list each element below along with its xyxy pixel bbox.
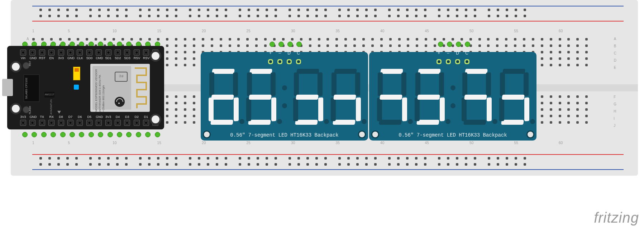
svg-text:FC: FC bbox=[119, 74, 123, 78]
column-numbers-bottom: 151015202530354045505560 bbox=[32, 141, 613, 146]
seven-seg-display bbox=[206, 65, 363, 128]
colon-icon bbox=[281, 67, 288, 126]
fritzing-watermark: fritzing bbox=[594, 210, 639, 226]
mcu-pin-row-bottom bbox=[20, 120, 158, 126]
usb-port-icon bbox=[2, 79, 13, 96]
esp8266-module: MODEL ESP8266MOD VENDOR AI/THINKER ISM 2… bbox=[90, 64, 150, 112]
wifi-icon bbox=[115, 97, 125, 107]
mcu-pin-labels-bottom: 3V3GNDTXRXD8D7D6D5GND3V3D4D3D2D1D0 bbox=[20, 115, 158, 119]
colon-icon bbox=[450, 67, 456, 126]
fcc-logo-icon: FC bbox=[115, 72, 128, 82]
screw-hole-icon bbox=[371, 130, 379, 138]
backpack-label: 0.56" 7-segment LED HT16K33 Backpack bbox=[380, 133, 526, 138]
pcb-antenna-icon bbox=[133, 67, 148, 109]
seven-seg-digit bbox=[496, 67, 531, 126]
mount-hole-icon bbox=[150, 50, 161, 62]
maker-label: AYARAFUN bbox=[49, 99, 53, 114]
regulator-chip: AM1117 bbox=[44, 92, 54, 98]
arrow-down-icon bbox=[57, 111, 61, 114]
nodemcu-board: VinGNDRSTEN3V3GNDCLKSD0CMDSD1SD2SD3RSVRS… bbox=[7, 46, 164, 129]
seven-seg-digit bbox=[412, 67, 447, 126]
mcu-pin-row-top bbox=[20, 49, 158, 56]
row-labels-right-top: ABCDE bbox=[614, 37, 616, 70]
seven-seg-digit bbox=[374, 67, 409, 126]
seven-seg-digit bbox=[290, 67, 325, 126]
mcu-pin-labels-top: VinGNDRSTEN3V3GNDCLKSD0CMDSD1SD2SD3RSVRS… bbox=[20, 57, 158, 60]
i2c-header: +–DC bbox=[437, 54, 469, 64]
seven-seg-display bbox=[374, 65, 531, 128]
mount-hole-icon bbox=[150, 114, 161, 125]
screw-hole-icon bbox=[526, 130, 534, 138]
flash-button-label: FLASH bbox=[29, 106, 31, 114]
seven-seg-digit bbox=[243, 67, 278, 126]
usb-serial-chip: SILABS CP2102 bbox=[24, 75, 39, 102]
status-led-icon bbox=[74, 85, 79, 90]
column-numbers-top: 151015202530354045505560 bbox=[32, 29, 613, 34]
power-rail-bottom bbox=[11, 152, 638, 172]
rail-bot-holes bbox=[39, 157, 535, 166]
rail-top-holes bbox=[39, 9, 535, 17]
seven-seg-digit bbox=[206, 67, 241, 126]
seven-seg-digit bbox=[459, 67, 494, 126]
seven-seg-digit bbox=[328, 67, 363, 126]
row-labels-right-bot: FGHIJ bbox=[614, 95, 616, 128]
power-rail-top bbox=[11, 4, 638, 24]
mount-hole-icon bbox=[10, 61, 22, 72]
backpack-label: 0.56" 7-segment LED HT16K33 Backpack bbox=[211, 133, 357, 138]
screw-hole-icon bbox=[203, 130, 211, 138]
diagram-canvas: 151015202530354045505560 151015202530354… bbox=[0, 0, 644, 228]
smd-component-icon bbox=[73, 67, 80, 80]
reset-button-label: RST bbox=[29, 61, 31, 66]
screw-hole-icon bbox=[358, 130, 366, 138]
i2c-header: +–DC bbox=[268, 54, 301, 64]
seven-seg-backpack-1: +–DC 0.56" 7-segment LED HT16K33 Backpac… bbox=[201, 52, 368, 141]
seven-seg-backpack-2: +–DC 0.56" 7-segment LED HT16K33 Backpac… bbox=[369, 52, 536, 141]
mount-hole-icon bbox=[10, 103, 22, 114]
esp-module-text: MODEL ESP8266MOD VENDOR AI/THINKER ISM 2… bbox=[95, 69, 105, 112]
